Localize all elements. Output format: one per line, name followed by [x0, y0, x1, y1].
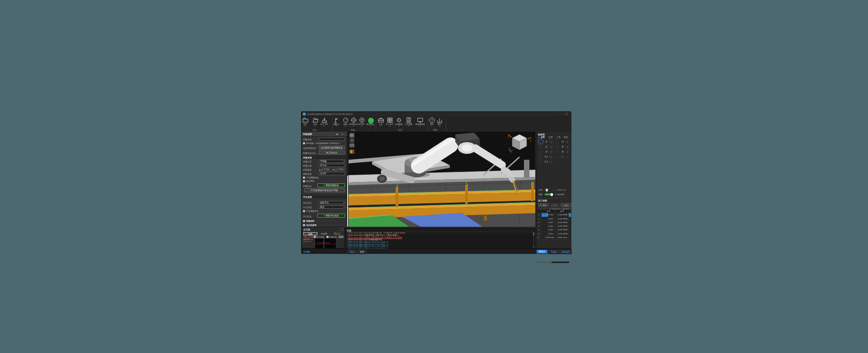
reverse-direction-button[interactable]: ⇄ 反转方向 [319, 151, 345, 154]
toolbar-group-caption: 帮助 [426, 129, 444, 131]
preview-tab-1[interactable]: 轨迹图 [318, 232, 330, 235]
speed-label: 速度 [538, 193, 542, 196]
toolbar-button-process-params[interactable]: 工艺参数▾ [404, 117, 414, 128]
confirm-icon[interactable]: ✓ [341, 133, 344, 136]
viewport-3d[interactable]: z x [349, 132, 535, 227]
jog-plus-J6[interactable]: + [566, 150, 569, 153]
trim-end-input[interactable]: 0 mm [337, 168, 345, 171]
update-locate-track-button[interactable]: ↻ 更新寻位轨迹 [317, 214, 345, 218]
view-settings-icon[interactable] [349, 138, 354, 143]
jog-plus-J4[interactable]: + [566, 140, 569, 143]
speed-slider[interactable] [544, 193, 553, 196]
jog-minus-J4[interactable]: − [555, 140, 559, 143]
toolbar-button-offline-params[interactable]: 离线编程参数▾ [415, 117, 425, 128]
toolbar-button-import-part[interactable]: 导入工件▾ [319, 117, 329, 128]
maximize-button[interactable]: ▢ [564, 112, 569, 116]
run-button-停止[interactable]: ■ 停止 [561, 203, 571, 207]
monitor-cell: 5.000 RPM [556, 224, 569, 228]
weave-checkbox[interactable] [303, 180, 305, 182]
toolbar-button-stats[interactable]: 统计▾ [434, 117, 444, 128]
view-grid-icon[interactable] [349, 133, 354, 138]
render-mode-icon[interactable] [349, 149, 354, 154]
simulate-icon [343, 117, 349, 123]
jog-minus-E.1[interactable]: − [539, 155, 542, 158]
monitor-row-J3[interactable]: J30.000 °5.000 RPM [537, 221, 571, 224]
toolbar-button-global-params[interactable]: 全局参数▾ [394, 117, 404, 128]
locate-manual-checkbox[interactable] [303, 210, 305, 212]
weld-params-collapse-box[interactable] [303, 220, 305, 222]
expand-icon[interactable] [341, 228, 344, 231]
seam-side-checkbox[interactable] [303, 142, 305, 144]
toolbar-button-viewpoint[interactable]: 观察点▾ [331, 117, 341, 128]
jog-plus-J2[interactable]: + [549, 145, 553, 148]
seam-length-input[interactable]: 25 mm [319, 164, 345, 167]
log-body[interactable]: 09/18 16:42:52[LOG]自动生成焊接任务: 共2条焊缝, 轨迹生成… [346, 232, 533, 249]
seam-position-select[interactable]: 平焊缝▾ [319, 160, 345, 163]
trim-start-input[interactable]: 0 mm [323, 168, 332, 171]
jog-plus-E.3[interactable]: + [549, 160, 553, 163]
locate-type-select[interactable]: 激光▾ [319, 205, 345, 209]
jog-plus-J3[interactable]: + [549, 150, 553, 153]
camera-capture-icon[interactable] [349, 143, 354, 148]
toolbar-button-folder[interactable]: 文件▾ [300, 117, 310, 128]
locate-mode-select[interactable]: 起始寻位▾ [319, 201, 345, 204]
jog-minus-J6[interactable]: − [555, 150, 559, 153]
jog-minus-J3[interactable]: − [539, 150, 542, 153]
step-slider[interactable] [544, 189, 553, 191]
jog-plus-E.2[interactable]: + [566, 155, 569, 158]
sync-all-tracks-button[interactable]: ↻ 同步更新所有轨迹(U/T轴) [304, 188, 345, 192]
jog-minus-J5[interactable]: − [555, 145, 559, 148]
modes-collapse-icon[interactable]: ◂ [538, 136, 539, 138]
jog-plus-J5[interactable]: + [566, 145, 569, 148]
layout-view-toggle[interactable]: 布局图 [303, 250, 310, 253]
monitor-tab-IO监控[interactable]: IO监控 [548, 250, 560, 254]
capture-button[interactable]: 截图 [338, 235, 344, 238]
show-coords-checkbox[interactable] [314, 236, 316, 238]
monitor-tab-轴监控[interactable]: 轴监控 [537, 250, 547, 253]
jog-minus-J1[interactable]: − [539, 140, 542, 143]
monitor-row-J1[interactable]: J1-95.736 °5.000 RPM [537, 213, 571, 217]
jog-mode-工具[interactable]: 工具 [557, 136, 561, 138]
monitor-row-J6[interactable]: J60.000 °5.000 RPM [537, 232, 571, 236]
preview-tab-2[interactable]: 3D点云 [331, 232, 344, 235]
monitor-tab-系统监控[interactable]: 系统监控 [560, 250, 572, 254]
auto-extract-button[interactable]: 自动提取当前焊缝轨迹 [319, 146, 345, 149]
jog-plus-J1[interactable]: + [549, 140, 553, 143]
toolbar-button-vision-status[interactable]: 视觉状态▾ [365, 117, 375, 128]
minimize-button[interactable]: – [557, 112, 563, 116]
run-button-暂停[interactable]: ▮▮ 暂停 [549, 203, 560, 207]
alarm-tab-button[interactable]: 报警 [358, 250, 367, 254]
close-icon[interactable]: ✕ [336, 133, 338, 136]
monitor-row-J4[interactable]: J40.000 °5.000 RPM [537, 224, 571, 228]
log-tab-button[interactable]: 日志 [348, 250, 357, 254]
monitor-row-J2[interactable]: J20.000 °5.000 RPM [537, 217, 571, 221]
toolbar-button-folder-open[interactable]: 打开▾ [310, 117, 320, 128]
jog-minus-E.3[interactable]: − [539, 160, 542, 163]
left-scrollbar-thumb[interactable] [347, 176, 348, 227]
开始-icon: ▶ [540, 204, 542, 206]
toolbar-button-plc[interactable]: PLC设置▾ [385, 117, 395, 128]
monitor-row-J5[interactable]: J50.000 °5.000 RPM [537, 228, 571, 232]
jog-minus-J2[interactable]: − [539, 145, 542, 148]
positioner-params-collapse-box[interactable] [303, 224, 305, 226]
update-seam-track-button[interactable]: ↻ 更新焊缝轨迹 [317, 183, 345, 187]
jog-settings-link[interactable]: ◎ 点动设置 [555, 193, 564, 196]
manual-adjust-checkbox[interactable] [303, 176, 305, 179]
monitor-hscrollbar[interactable] [538, 262, 569, 263]
jog-mode-关节[interactable]: 关节 [541, 136, 545, 138]
tilt-angle-input[interactable]: 10.00° [319, 172, 345, 175]
monitor-row-E.1[interactable]: E.1-3.929 mm0.000 mm/s [537, 236, 571, 239]
toolbar-button-toolbox[interactable]: 工具▾ [376, 117, 386, 128]
jog-mode-世界[interactable]: 世界 [549, 136, 553, 138]
preview-tab-0[interactable]: 原图 [303, 232, 317, 235]
detect-region-checkbox[interactable] [326, 236, 329, 238]
jog-mode-基座[interactable]: 基座 [564, 136, 568, 138]
chevron-down-icon: ▾ [365, 125, 375, 127]
run-button-开始[interactable]: ▶ 开始 [538, 203, 548, 207]
jog-axis-label: J2 [544, 146, 549, 148]
toolbar-group-caption: 机器 [344, 129, 362, 131]
jog-plus-E.1[interactable]: + [549, 155, 553, 158]
seam-name-input[interactable] [319, 138, 345, 141]
log-scrollbar[interactable] [533, 232, 534, 248]
jog-minus-E.2[interactable]: − [555, 155, 559, 158]
